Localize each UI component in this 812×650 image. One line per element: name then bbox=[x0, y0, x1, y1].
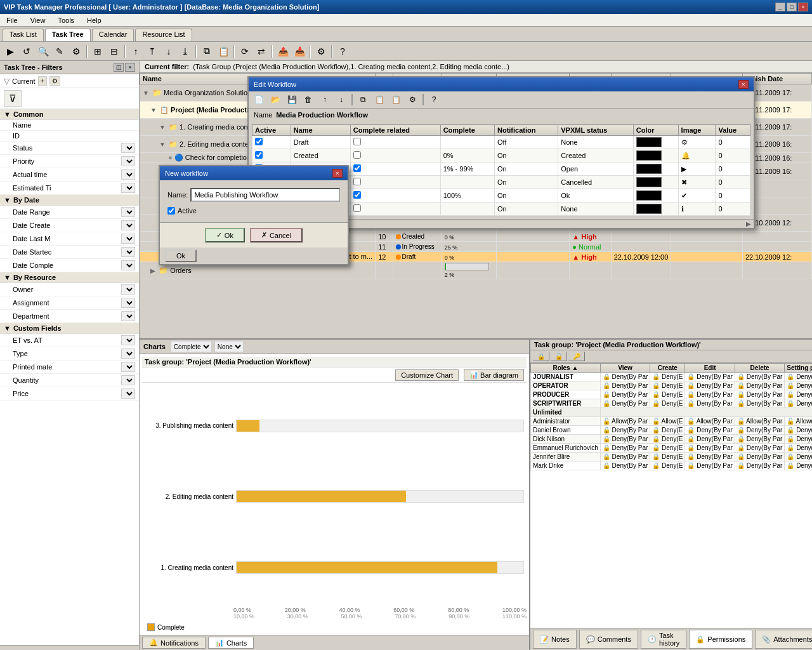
new-workflow-ok-button[interactable]: ✓ Ok bbox=[205, 228, 245, 242]
toolbar-btn-top[interactable]: ⤒ bbox=[145, 44, 160, 59]
menu-view[interactable]: View bbox=[28, 16, 48, 25]
ew-col-active[interactable]: Active bbox=[252, 125, 291, 136]
toolbar-btn-2[interactable]: ↺ bbox=[19, 44, 34, 59]
perm-toolbar-btn2[interactable]: 🔓 bbox=[551, 352, 567, 361]
ew-color-inprogress[interactable] bbox=[636, 164, 662, 174]
new-workflow-cancel-button[interactable]: ✗ Cancel bbox=[250, 228, 303, 242]
filter-date-complete-select[interactable] bbox=[121, 260, 135, 270]
ew-col-value[interactable]: Value bbox=[716, 125, 750, 136]
filter-quantity-select[interactable] bbox=[121, 375, 135, 385]
filter-priority[interactable]: Priority bbox=[0, 155, 139, 168]
menu-file[interactable]: File bbox=[4, 16, 20, 25]
ew-btn-help[interactable]: ? bbox=[426, 93, 442, 107]
filter-price[interactable]: Price bbox=[0, 387, 139, 401]
toolbar-btn-bottom[interactable]: ⤓ bbox=[178, 44, 193, 59]
filter-date-started[interactable]: Date Startec bbox=[0, 246, 139, 259]
tab-calendar[interactable]: Calendar bbox=[92, 29, 134, 41]
ew-complete-related-draft[interactable] bbox=[353, 138, 361, 145]
tab-task-tree[interactable]: Task Tree bbox=[45, 29, 91, 41]
ew-col-color[interactable]: Color bbox=[633, 125, 678, 136]
tab-task-list[interactable]: Task List bbox=[3, 29, 44, 41]
ew-btn-down[interactable]: ↓ bbox=[334, 93, 349, 107]
expand-icon[interactable]: ▼ bbox=[159, 141, 166, 148]
perm-row[interactable]: PRODUCER 🔒 Deny(By Par 🔒 Deny(E 🔒 Deny(B… bbox=[531, 390, 813, 399]
ew-active-created[interactable] bbox=[255, 151, 263, 159]
new-workflow-close[interactable]: × bbox=[332, 169, 343, 178]
ew-btn-open[interactable]: 📂 bbox=[268, 93, 283, 107]
filter-assignment-select[interactable] bbox=[121, 298, 135, 308]
section-by-resource[interactable]: ▼ By Resource bbox=[0, 272, 139, 283]
filter-status[interactable]: Status bbox=[0, 142, 139, 155]
ew-color-cancelled[interactable] bbox=[636, 177, 662, 187]
filter-actual-time[interactable]: Actual time bbox=[0, 168, 139, 182]
tab-notes[interactable]: 📝 Notes bbox=[533, 630, 577, 649]
toolbar-btn-5[interactable]: ⚙ bbox=[69, 44, 84, 59]
toolbar-btn-filter[interactable]: 🔍 bbox=[36, 44, 51, 59]
tab-task-history[interactable]: 🕐 Task history bbox=[641, 630, 686, 649]
filter-status-select[interactable] bbox=[121, 143, 135, 153]
toolbar-btn-copy[interactable]: ⧉ bbox=[199, 44, 214, 59]
perm-toolbar-btn3[interactable]: 🔑 bbox=[568, 352, 585, 361]
perm-row[interactable]: Administrator 🔓 Allow(By Par 🔓 Allow(E 🔓… bbox=[531, 417, 813, 426]
ew-color-completed[interactable] bbox=[636, 190, 662, 201]
ew-complete-related-inprogress[interactable] bbox=[353, 164, 361, 172]
ew-complete-related-cancelled[interactable] bbox=[353, 178, 361, 185]
ew-row[interactable]: Created 0% On Created 🔔 0 bbox=[252, 149, 750, 162]
filter-date-started-select[interactable] bbox=[121, 247, 135, 257]
filter-add-btn[interactable]: + bbox=[38, 76, 47, 86]
filter-date-complete[interactable]: Date Comple bbox=[0, 259, 139, 272]
ew-row[interactable]: Draft Off None ⚙ 0 bbox=[252, 136, 750, 149]
filter-estimated[interactable]: Estimated Ti bbox=[0, 182, 139, 195]
expand-icon[interactable]: ▶ bbox=[150, 267, 155, 274]
filter-type[interactable]: Type bbox=[0, 347, 139, 361]
ew-btn-up[interactable]: ↑ bbox=[317, 93, 332, 107]
left-panel-restore[interactable]: ◫ bbox=[114, 63, 124, 72]
filter-et-at[interactable]: ET vs. AT bbox=[0, 334, 139, 347]
perm-col-view[interactable]: View bbox=[600, 364, 650, 373]
section-by-date[interactable]: ▼ By Date bbox=[0, 195, 139, 206]
ew-col-name[interactable]: Name bbox=[291, 125, 350, 136]
close-button[interactable]: × bbox=[798, 3, 808, 11]
ew-btn-save[interactable]: 💾 bbox=[284, 93, 299, 107]
customize-chart-button[interactable]: Customize Chart bbox=[395, 369, 459, 381]
toolbar-btn-6[interactable]: ⊞ bbox=[90, 44, 105, 59]
ew-btn-new[interactable]: 📄 bbox=[251, 93, 266, 107]
filter-printed-select[interactable] bbox=[121, 362, 135, 372]
filter-et-at-select[interactable] bbox=[121, 335, 135, 345]
edit-workflow-close[interactable]: × bbox=[738, 80, 749, 89]
filter-date-range[interactable]: Date Range bbox=[0, 206, 139, 219]
chart-complete-select[interactable]: Complete bbox=[171, 341, 212, 352]
perm-col-edit[interactable]: Edit bbox=[685, 364, 735, 373]
chart-none-select[interactable]: None bbox=[214, 341, 244, 352]
tab-resource-list[interactable]: Resource List bbox=[135, 29, 192, 41]
perm-col-roles[interactable]: Roles ▲ bbox=[531, 364, 601, 373]
perm-row[interactable]: SCRIPTWRITER 🔒 Deny(By Par 🔒 Deny(E 🔒 De… bbox=[531, 399, 813, 408]
tab-permissions[interactable]: 🔒 Permissions bbox=[689, 630, 752, 649]
tab-comments[interactable]: 💬 Comments bbox=[579, 630, 638, 649]
maximize-button[interactable]: □ bbox=[787, 3, 797, 11]
ew-col-complete-related[interactable]: Complete related bbox=[350, 125, 440, 136]
ew-btn-delete[interactable]: 🗑 bbox=[301, 93, 316, 107]
ew-btn-5[interactable]: ⧉ bbox=[355, 93, 370, 107]
section-common[interactable]: ▼ Common bbox=[0, 109, 139, 120]
perm-row[interactable]: JOURNALIST 🔒 Deny(By Par 🔒 Deny(E 🔒 Deny… bbox=[531, 373, 813, 381]
expand-icon[interactable]: ▼ bbox=[159, 124, 166, 131]
new-workflow-name-input[interactable] bbox=[190, 188, 340, 202]
perm-row[interactable]: Dick Nilson 🔒 Deny(By Par 🔒 Deny(E 🔒 Den… bbox=[531, 435, 813, 444]
ew-color-verified[interactable] bbox=[636, 204, 662, 214]
filter-date-range-select[interactable] bbox=[121, 207, 135, 217]
toolbar-btn-1[interactable]: ▶ bbox=[3, 44, 18, 59]
ew-complete-related-created[interactable] bbox=[353, 151, 361, 159]
tab-charts[interactable]: 📊 Charts bbox=[208, 637, 254, 649]
perm-col-setting[interactable]: Setting permission bbox=[785, 364, 812, 373]
filter-type-select[interactable] bbox=[121, 348, 135, 359]
expand-icon[interactable]: ▼ bbox=[143, 90, 149, 96]
perm-toolbar-btn1[interactable]: 🔒 bbox=[533, 352, 549, 361]
perm-row[interactable]: OPERATOR 🔒 Deny(By Par 🔒 Deny(E 🔒 Deny(B… bbox=[531, 381, 813, 390]
filter-estimated-select[interactable] bbox=[121, 183, 135, 193]
filter-priority-select[interactable] bbox=[121, 156, 135, 166]
toolbar-btn-settings[interactable]: ⚙ bbox=[313, 44, 329, 59]
perm-row[interactable]: Daniel Brown 🔒 Deny(By Par 🔒 Deny(E 🔒 De… bbox=[531, 426, 813, 435]
new-workflow-active-checkbox[interactable] bbox=[167, 207, 175, 215]
menu-help[interactable]: Help bbox=[84, 16, 104, 25]
